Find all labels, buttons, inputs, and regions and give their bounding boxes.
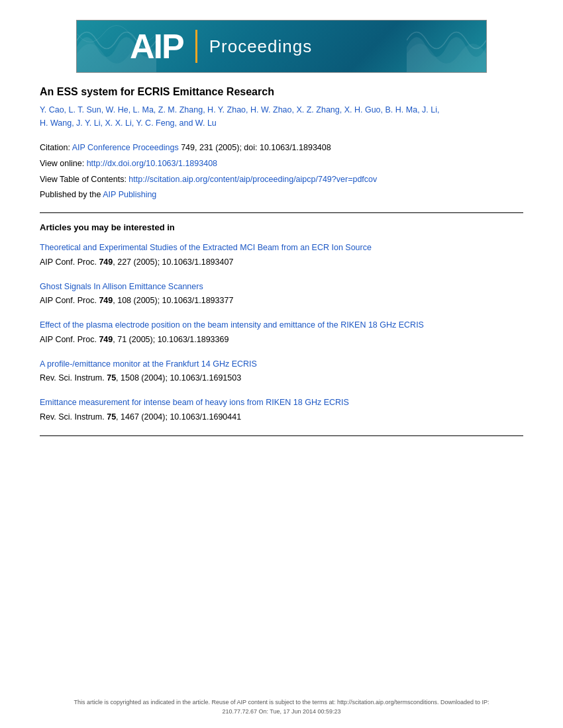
related-article-4-title[interactable]: A profile-/emittance monitor at the Fran… [40, 358, 523, 371]
aip-header-banner: AIP Proceedings [76, 20, 487, 73]
banner-waves-right-icon [407, 21, 486, 73]
published-label: Published by the [40, 190, 101, 199]
view-toc-label: View Table of Contents: [40, 175, 127, 184]
section-divider-top [40, 212, 523, 213]
related-article-5: Emittance measurement for intense beam o… [40, 396, 523, 424]
citation-section: Citation: AIP Conference Proceedings 749… [40, 140, 523, 203]
related-article-1: Theoretical and Experimental Studies of … [40, 242, 523, 269]
view-toc-url[interactable]: http://scitation.aip.org/content/aip/pro… [128, 175, 377, 184]
related-article-4-ref: Rev. Sci. Instrum. 75, 1508 (2004); 10.1… [40, 372, 523, 385]
aip-publishing-link[interactable]: AIP Publishing [103, 190, 156, 199]
footer-line-2: 210.77.72.67 On: Tue, 17 Jun 2014 00:59:… [0, 707, 563, 717]
aip-logo-text: AIP [130, 26, 183, 66]
related-article-3: Effect of the plasma electrode position … [40, 319, 523, 346]
citation-journal-link[interactable]: AIP Conference Proceedings [72, 143, 179, 152]
section-divider-bottom [40, 435, 523, 436]
published-line: Published by the AIP Publishing [40, 187, 523, 203]
related-section-title: Articles you may be interested in [40, 222, 523, 232]
related-article-1-ref: AIP Conf. Proc. 749, 227 (2005); 10.1063… [40, 256, 523, 269]
related-article-3-ref: AIP Conf. Proc. 749, 71 (2005); 10.1063/… [40, 334, 523, 346]
authors-text: Y. Cao, L. T. Sun, W. He, L. Ma, Z. M. Z… [40, 105, 440, 114]
footer-line-1: This article is copyrighted as indicated… [0, 698, 563, 707]
related-article-3-title[interactable]: Effect of the plasma electrode position … [40, 319, 523, 332]
article-title: An ESS system for ECRIS Emittance Resear… [40, 86, 523, 98]
authors-text-2: H. Wang, J. Y. Li, X. X. Li, Y. C. Feng,… [40, 118, 217, 128]
banner-divider-line [195, 30, 197, 63]
view-toc-line: View Table of Contents: http://scitation… [40, 172, 523, 188]
footer-copyright: This article is copyrighted as indicated… [0, 698, 563, 716]
related-article-2: Ghost Signals In Allison Emittance Scann… [40, 281, 523, 308]
related-article-1-title[interactable]: Theoretical and Experimental Studies of … [40, 242, 523, 254]
related-article-2-ref: AIP Conf. Proc. 749, 108 (2005); 10.1063… [40, 295, 523, 307]
citation-label: Citation: [40, 143, 70, 152]
view-online-url[interactable]: http://dx.doi.org/10.1063/1.1893408 [87, 159, 217, 168]
related-article-2-title[interactable]: Ghost Signals In Allison Emittance Scann… [40, 281, 523, 293]
citation-line: Citation: AIP Conference Proceedings 749… [40, 140, 523, 156]
related-article-4: A profile-/emittance monitor at the Fran… [40, 358, 523, 385]
proceedings-text: Proceedings [209, 36, 313, 57]
view-online-label: View online: [40, 159, 84, 168]
related-article-5-title[interactable]: Emittance measurement for intense beam o… [40, 396, 523, 409]
citation-details: 749, 231 (2005); doi: 10.1063/1.1893408 [181, 143, 331, 152]
related-article-5-ref: Rev. Sci. Instrum. 75, 1467 (2004); 10.1… [40, 411, 523, 424]
view-online-line: View online: http://dx.doi.org/10.1063/1… [40, 156, 523, 172]
authors-line: Y. Cao, L. T. Sun, W. He, L. Ma, Z. M. Z… [40, 103, 523, 130]
